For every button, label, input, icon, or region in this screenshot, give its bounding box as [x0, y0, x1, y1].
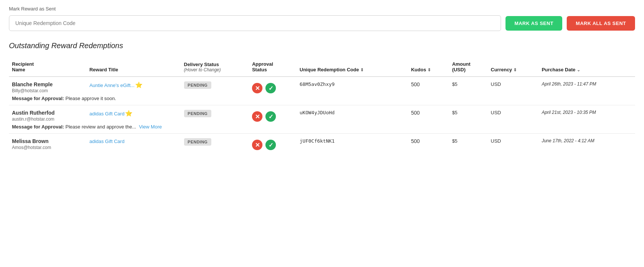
cell-delivery-status[interactable]: PENDING — [181, 105, 249, 124]
message-row: Message for Approval: Please review and … — [9, 123, 635, 134]
search-bar-row: MARK AS SENT MARK ALL AS SENT — [9, 15, 635, 31]
view-more-link[interactable]: View More — [139, 124, 162, 130]
message-text: Please review and approve the... — [65, 124, 136, 130]
table-header-row: RecipientName Reward Title Delivery Stat… — [9, 58, 635, 77]
mark-all-as-sent-button[interactable]: MARK ALL AS SENT — [567, 16, 635, 31]
star-icon: ⭐ — [125, 110, 133, 117]
cell-currency: USD — [488, 105, 539, 124]
mark-as-sent-button[interactable]: MARK AS SENT — [505, 16, 562, 31]
section-title: Outstanding Reward Redemptions — [9, 41, 635, 50]
sort-icon-purchase-date: ⌄ — [577, 68, 580, 72]
message-text: Please approve it soon. — [65, 96, 116, 101]
sort-icon-currency: ⇕ — [513, 68, 517, 72]
top-label: Mark Reward as Sent — [9, 6, 635, 12]
cell-amount: $5 — [449, 105, 488, 124]
cell-reward-title: Auntie Anne's eGift...⭐ — [86, 77, 181, 95]
cell-approval-status: ✕ ✓ — [249, 105, 296, 124]
cell-reward-title: adidas Gift Card — [86, 134, 181, 152]
cell-reward-title: adidas Gift Card⭐ — [86, 105, 181, 124]
cell-kudos: 500 — [408, 134, 449, 152]
reward-title-link[interactable]: adidas Gift Card — [89, 139, 124, 144]
cell-currency: USD — [488, 77, 539, 95]
cell-purchase-date: June 17th, 2022 - 4:12 AM — [539, 134, 635, 152]
sort-icon-kudos: ⇕ — [427, 68, 431, 72]
deny-button[interactable]: ✕ — [252, 111, 262, 122]
col-header-reward-title: Reward Title — [86, 58, 181, 77]
sort-icon-code: ⇕ — [360, 68, 364, 72]
recipient-name: Austin Rutherfod — [12, 110, 83, 116]
cell-recipient: Melissa BrownAmos@hotstar.com — [9, 134, 86, 152]
cell-purchase-date: April 21st, 2023 - 10:35 PM — [539, 105, 635, 124]
delivery-status-badge[interactable]: PENDING — [184, 81, 212, 89]
col-header-purchase-date[interactable]: Purchase Date ⌄ — [539, 58, 635, 77]
col-header-currency[interactable]: Currency ⇕ — [488, 58, 539, 77]
cell-kudos: 500 — [408, 77, 449, 95]
deny-button[interactable]: ✕ — [252, 140, 262, 150]
col-header-redemption-code[interactable]: Unique Redemption Code ⇕ — [297, 58, 408, 77]
message-row: Message for Approval: Please approve it … — [9, 95, 635, 105]
reward-title-link[interactable]: Auntie Anne's eGift... — [89, 83, 134, 88]
reward-title-link[interactable]: adidas Gift Card — [89, 111, 124, 117]
cell-purchase-date: April 26th, 2023 - 11:47 PM — [539, 77, 635, 95]
table-row: Blanche RempleBilly@hotstar.comAuntie An… — [9, 77, 635, 95]
approval-icons: ✕ ✓ — [252, 138, 293, 150]
cell-approval-status: ✕ ✓ — [249, 77, 296, 95]
recipient-email: austin.r@hotstar.com — [12, 117, 83, 122]
approval-icons: ✕ ✓ — [252, 110, 293, 122]
redemption-code-input[interactable] — [9, 15, 501, 31]
cell-redemption-code: jUF0Cf6ktNK1 — [297, 134, 408, 152]
recipient-email: Amos@hotstar.com — [12, 145, 83, 150]
star-icon: ⭐ — [135, 82, 143, 88]
col-header-delivery-status: Delivery Status (Hover to Change) — [181, 58, 249, 77]
recipient-name: Melissa Brown — [12, 138, 83, 144]
table-row: Melissa BrownAmos@hotstar.comadidas Gift… — [9, 134, 635, 152]
approve-button[interactable]: ✓ — [265, 83, 276, 93]
col-header-amount: Amount(USD) — [449, 58, 488, 77]
cell-currency: USD — [488, 134, 539, 152]
cell-redemption-code: 68M5av0Zhxy9 — [297, 77, 408, 95]
approval-icons: ✕ ✓ — [252, 81, 293, 93]
redemptions-table: RecipientName Reward Title Delivery Stat… — [9, 58, 635, 152]
message-label: Message for Approval: — [12, 124, 64, 130]
deny-button[interactable]: ✕ — [252, 83, 262, 93]
col-header-approval-status: ApprovalStatus — [249, 58, 296, 77]
cell-delivery-status[interactable]: PENDING — [181, 77, 249, 95]
cell-recipient: Austin Rutherfodaustin.r@hotstar.com — [9, 105, 86, 124]
message-label: Message for Approval: — [12, 96, 64, 101]
approve-button[interactable]: ✓ — [265, 140, 276, 150]
cell-recipient: Blanche RempleBilly@hotstar.com — [9, 77, 86, 95]
col-header-kudos[interactable]: Kudos ⇕ — [408, 58, 449, 77]
cell-redemption-code: uKOW4yJDUoHd — [297, 105, 408, 124]
col-header-recipient: RecipientName — [9, 58, 86, 77]
approve-button[interactable]: ✓ — [265, 111, 276, 122]
table-row: Austin Rutherfodaustin.r@hotstar.comadid… — [9, 105, 635, 124]
message-cell: Message for Approval: Please approve it … — [9, 95, 635, 105]
cell-amount: $5 — [449, 134, 488, 152]
delivery-status-badge[interactable]: PENDING — [184, 110, 212, 117]
cell-amount: $5 — [449, 77, 488, 95]
cell-kudos: 500 — [408, 105, 449, 124]
cell-delivery-status[interactable]: PENDING — [181, 134, 249, 152]
recipient-name: Blanche Remple — [12, 81, 83, 87]
cell-approval-status: ✕ ✓ — [249, 134, 296, 152]
recipient-email: Billy@hotstar.com — [12, 88, 83, 93]
delivery-status-badge[interactable]: PENDING — [184, 138, 212, 146]
message-cell: Message for Approval: Please review and … — [9, 123, 635, 134]
